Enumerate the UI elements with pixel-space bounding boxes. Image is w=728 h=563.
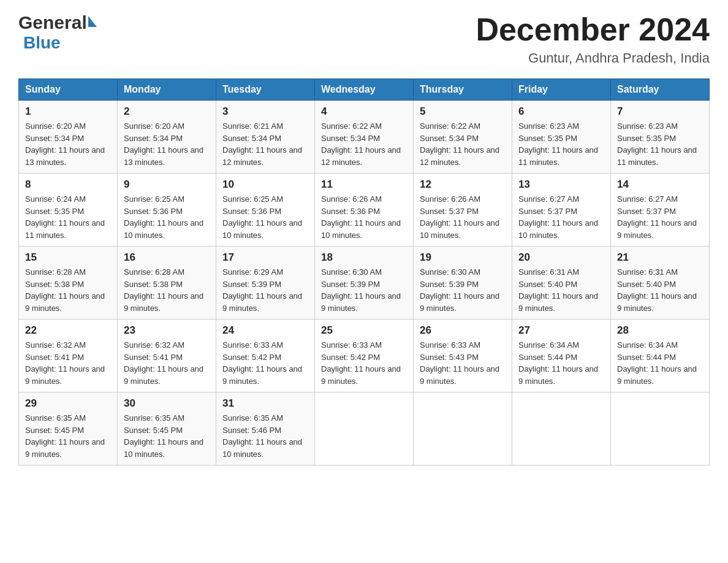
calendar-cell: 29 Sunrise: 6:35 AMSunset: 5:45 PMDaylig… bbox=[19, 393, 118, 465]
calendar-table: SundayMondayTuesdayWednesdayThursdayFrid… bbox=[18, 79, 710, 465]
day-number: 8 bbox=[25, 178, 111, 191]
day-number: 21 bbox=[617, 251, 703, 264]
calendar-cell: 9 Sunrise: 6:25 AMSunset: 5:36 PMDayligh… bbox=[118, 174, 216, 247]
calendar-cell: 28 Sunrise: 6:34 AMSunset: 5:44 PMDaylig… bbox=[611, 320, 710, 393]
calendar-cell: 1 Sunrise: 6:20 AMSunset: 5:34 PMDayligh… bbox=[19, 101, 118, 174]
logo: General Blue bbox=[18, 12, 97, 53]
day-info: Sunrise: 6:25 AMSunset: 5:36 PMDaylight:… bbox=[222, 194, 302, 240]
calendar-cell: 6 Sunrise: 6:23 AMSunset: 5:35 PMDayligh… bbox=[512, 101, 611, 174]
day-info: Sunrise: 6:20 AMSunset: 5:34 PMDaylight:… bbox=[124, 121, 203, 167]
day-info: Sunrise: 6:30 AMSunset: 5:39 PMDaylight:… bbox=[420, 267, 499, 313]
calendar-week-3: 15 Sunrise: 6:28 AMSunset: 5:38 PMDaylig… bbox=[19, 247, 710, 320]
day-info: Sunrise: 6:34 AMSunset: 5:44 PMDaylight:… bbox=[518, 340, 598, 386]
day-info: Sunrise: 6:23 AMSunset: 5:35 PMDaylight:… bbox=[617, 121, 697, 167]
calendar-cell: 16 Sunrise: 6:28 AMSunset: 5:38 PMDaylig… bbox=[118, 247, 216, 320]
calendar-cell: 8 Sunrise: 6:24 AMSunset: 5:35 PMDayligh… bbox=[19, 174, 118, 247]
calendar-week-1: 1 Sunrise: 6:20 AMSunset: 5:34 PMDayligh… bbox=[19, 101, 710, 174]
calendar-week-5: 29 Sunrise: 6:35 AMSunset: 5:45 PMDaylig… bbox=[19, 393, 710, 465]
calendar-cell: 21 Sunrise: 6:31 AMSunset: 5:40 PMDaylig… bbox=[611, 247, 710, 320]
day-number: 16 bbox=[124, 251, 210, 264]
day-number: 25 bbox=[321, 324, 407, 337]
day-info: Sunrise: 6:23 AMSunset: 5:35 PMDaylight:… bbox=[518, 121, 598, 167]
day-info: Sunrise: 6:33 AMSunset: 5:43 PMDaylight:… bbox=[420, 340, 499, 386]
header-cell-thursday: Thursday bbox=[414, 79, 512, 101]
calendar-body: 1 Sunrise: 6:20 AMSunset: 5:34 PMDayligh… bbox=[19, 101, 710, 465]
day-number: 11 bbox=[321, 178, 407, 191]
day-info: Sunrise: 6:33 AMSunset: 5:42 PMDaylight:… bbox=[321, 340, 401, 386]
day-info: Sunrise: 6:35 AMSunset: 5:45 PMDaylight:… bbox=[25, 413, 105, 459]
day-number: 2 bbox=[124, 105, 210, 118]
day-info: Sunrise: 6:26 AMSunset: 5:37 PMDaylight:… bbox=[420, 194, 499, 240]
day-number: 15 bbox=[25, 251, 111, 264]
page-title: December 2024 bbox=[476, 12, 710, 47]
calendar-cell bbox=[611, 393, 710, 465]
day-info: Sunrise: 6:31 AMSunset: 5:40 PMDaylight:… bbox=[518, 267, 598, 313]
calendar-week-2: 8 Sunrise: 6:24 AMSunset: 5:35 PMDayligh… bbox=[19, 174, 710, 247]
calendar-cell: 5 Sunrise: 6:22 AMSunset: 5:34 PMDayligh… bbox=[414, 101, 512, 174]
logo-arrow-icon bbox=[88, 16, 97, 27]
day-number: 29 bbox=[25, 397, 111, 410]
calendar-cell: 24 Sunrise: 6:33 AMSunset: 5:42 PMDaylig… bbox=[216, 320, 315, 393]
day-info: Sunrise: 6:32 AMSunset: 5:41 PMDaylight:… bbox=[124, 340, 203, 386]
day-number: 9 bbox=[124, 178, 210, 191]
calendar-cell: 30 Sunrise: 6:35 AMSunset: 5:45 PMDaylig… bbox=[118, 393, 216, 465]
page-header: General Blue December 2024 Guntur, Andhr… bbox=[18, 12, 710, 66]
day-number: 4 bbox=[321, 105, 407, 118]
day-number: 26 bbox=[420, 324, 506, 337]
day-number: 1 bbox=[25, 105, 111, 118]
day-info: Sunrise: 6:26 AMSunset: 5:36 PMDaylight:… bbox=[321, 194, 401, 240]
header-cell-monday: Monday bbox=[118, 79, 216, 101]
day-info: Sunrise: 6:25 AMSunset: 5:36 PMDaylight:… bbox=[124, 194, 203, 240]
calendar-cell bbox=[414, 393, 512, 465]
day-number: 18 bbox=[321, 251, 407, 264]
day-number: 13 bbox=[518, 178, 604, 191]
day-info: Sunrise: 6:33 AMSunset: 5:42 PMDaylight:… bbox=[222, 340, 302, 386]
day-info: Sunrise: 6:28 AMSunset: 5:38 PMDaylight:… bbox=[25, 267, 105, 313]
day-info: Sunrise: 6:31 AMSunset: 5:40 PMDaylight:… bbox=[617, 267, 697, 313]
header-cell-friday: Friday bbox=[512, 79, 611, 101]
calendar-cell: 17 Sunrise: 6:29 AMSunset: 5:39 PMDaylig… bbox=[216, 247, 315, 320]
calendar-cell: 19 Sunrise: 6:30 AMSunset: 5:39 PMDaylig… bbox=[414, 247, 512, 320]
day-info: Sunrise: 6:29 AMSunset: 5:39 PMDaylight:… bbox=[222, 267, 302, 313]
day-number: 6 bbox=[518, 105, 604, 118]
calendar-cell: 3 Sunrise: 6:21 AMSunset: 5:34 PMDayligh… bbox=[216, 101, 315, 174]
day-info: Sunrise: 6:34 AMSunset: 5:44 PMDaylight:… bbox=[617, 340, 697, 386]
calendar-cell: 7 Sunrise: 6:23 AMSunset: 5:35 PMDayligh… bbox=[611, 101, 710, 174]
day-number: 27 bbox=[518, 324, 604, 337]
day-number: 12 bbox=[420, 178, 506, 191]
calendar-cell: 18 Sunrise: 6:30 AMSunset: 5:39 PMDaylig… bbox=[315, 247, 414, 320]
day-info: Sunrise: 6:20 AMSunset: 5:34 PMDaylight:… bbox=[25, 121, 105, 167]
calendar-cell: 14 Sunrise: 6:27 AMSunset: 5:37 PMDaylig… bbox=[611, 174, 710, 247]
day-number: 3 bbox=[222, 105, 308, 118]
logo-blue-text: Blue bbox=[23, 33, 61, 53]
day-info: Sunrise: 6:21 AMSunset: 5:34 PMDaylight:… bbox=[222, 121, 302, 167]
calendar-cell bbox=[512, 393, 611, 465]
day-number: 5 bbox=[420, 105, 506, 118]
header-row: SundayMondayTuesdayWednesdayThursdayFrid… bbox=[19, 79, 710, 101]
page-subtitle: Guntur, Andhra Pradesh, India bbox=[476, 50, 710, 66]
day-number: 22 bbox=[25, 324, 111, 337]
calendar-cell: 10 Sunrise: 6:25 AMSunset: 5:36 PMDaylig… bbox=[216, 174, 315, 247]
calendar-cell: 26 Sunrise: 6:33 AMSunset: 5:43 PMDaylig… bbox=[414, 320, 512, 393]
day-info: Sunrise: 6:32 AMSunset: 5:41 PMDaylight:… bbox=[25, 340, 105, 386]
day-number: 30 bbox=[124, 397, 210, 410]
calendar-cell bbox=[315, 393, 414, 465]
day-number: 17 bbox=[222, 251, 308, 264]
header-cell-wednesday: Wednesday bbox=[315, 79, 414, 101]
calendar-cell: 23 Sunrise: 6:32 AMSunset: 5:41 PMDaylig… bbox=[118, 320, 216, 393]
day-number: 10 bbox=[222, 178, 308, 191]
calendar-cell: 15 Sunrise: 6:28 AMSunset: 5:38 PMDaylig… bbox=[19, 247, 118, 320]
day-number: 23 bbox=[124, 324, 210, 337]
day-number: 7 bbox=[617, 105, 703, 118]
day-info: Sunrise: 6:27 AMSunset: 5:37 PMDaylight:… bbox=[617, 194, 697, 240]
title-section: December 2024 Guntur, Andhra Pradesh, In… bbox=[476, 12, 710, 66]
day-info: Sunrise: 6:22 AMSunset: 5:34 PMDaylight:… bbox=[420, 121, 499, 167]
day-info: Sunrise: 6:24 AMSunset: 5:35 PMDaylight:… bbox=[25, 194, 105, 240]
header-cell-tuesday: Tuesday bbox=[216, 79, 315, 101]
calendar-week-4: 22 Sunrise: 6:32 AMSunset: 5:41 PMDaylig… bbox=[19, 320, 710, 393]
day-info: Sunrise: 6:27 AMSunset: 5:37 PMDaylight:… bbox=[518, 194, 598, 240]
day-number: 31 bbox=[222, 397, 308, 410]
calendar-cell: 2 Sunrise: 6:20 AMSunset: 5:34 PMDayligh… bbox=[118, 101, 216, 174]
calendar-cell: 11 Sunrise: 6:26 AMSunset: 5:36 PMDaylig… bbox=[315, 174, 414, 247]
day-number: 19 bbox=[420, 251, 506, 264]
